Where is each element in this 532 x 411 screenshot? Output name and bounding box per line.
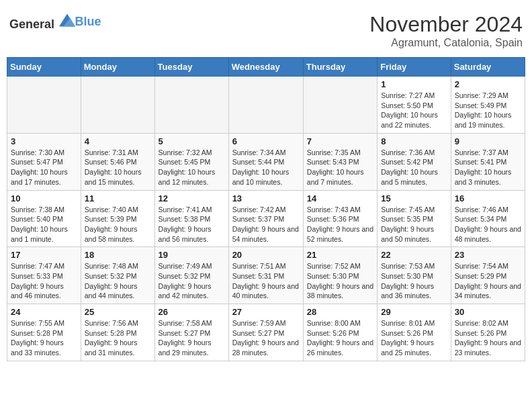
header: General Blue November 2024 Agramunt, Cat… bbox=[7, 7, 525, 52]
calendar-cell: 10Sunrise: 7:38 AM Sunset: 5:40 PM Dayli… bbox=[7, 190, 81, 247]
day-number: 19 bbox=[159, 250, 225, 260]
calendar-week-row: 24Sunrise: 7:55 AM Sunset: 5:28 PM Dayli… bbox=[7, 304, 525, 361]
logo-text-general: General bbox=[9, 17, 54, 31]
calendar-cell: 22Sunrise: 7:53 AM Sunset: 5:30 PM Dayli… bbox=[378, 247, 451, 304]
calendar-cell: 13Sunrise: 7:42 AM Sunset: 5:37 PM Dayli… bbox=[228, 190, 303, 247]
day-number: 14 bbox=[307, 193, 373, 203]
calendar-cell: 21Sunrise: 7:52 AM Sunset: 5:30 PM Dayli… bbox=[303, 247, 377, 304]
day-number: 15 bbox=[381, 193, 447, 203]
day-info: Sunrise: 7:59 AM Sunset: 5:27 PM Dayligh… bbox=[232, 318, 300, 358]
day-number: 24 bbox=[11, 307, 77, 317]
calendar-cell bbox=[7, 77, 81, 134]
calendar-cell bbox=[228, 77, 303, 134]
calendar-cell bbox=[303, 77, 377, 134]
day-number: 22 bbox=[381, 250, 447, 260]
day-info: Sunrise: 8:01 AM Sunset: 5:26 PM Dayligh… bbox=[381, 318, 447, 358]
day-number: 25 bbox=[85, 307, 151, 317]
calendar-cell: 15Sunrise: 7:45 AM Sunset: 5:35 PM Dayli… bbox=[378, 190, 451, 247]
day-number: 21 bbox=[307, 250, 373, 260]
day-info: Sunrise: 7:29 AM Sunset: 5:49 PM Dayligh… bbox=[455, 91, 521, 130]
calendar-cell: 12Sunrise: 7:41 AM Sunset: 5:38 PM Dayli… bbox=[154, 190, 228, 247]
calendar-cell: 25Sunrise: 7:56 AM Sunset: 5:28 PM Dayli… bbox=[81, 304, 154, 361]
day-info: Sunrise: 7:55 AM Sunset: 5:28 PM Dayligh… bbox=[11, 318, 77, 358]
day-info: Sunrise: 7:37 AM Sunset: 5:41 PM Dayligh… bbox=[455, 148, 521, 187]
day-info: Sunrise: 7:31 AM Sunset: 5:46 PM Dayligh… bbox=[85, 148, 151, 187]
day-info: Sunrise: 7:56 AM Sunset: 5:28 PM Dayligh… bbox=[85, 318, 151, 358]
day-info: Sunrise: 7:51 AM Sunset: 5:31 PM Dayligh… bbox=[232, 261, 300, 301]
header-thursday: Thursday bbox=[303, 58, 377, 77]
day-info: Sunrise: 7:35 AM Sunset: 5:43 PM Dayligh… bbox=[307, 148, 373, 187]
calendar-header-row: SundayMondayTuesdayWednesdayThursdayFrid… bbox=[7, 58, 525, 77]
day-info: Sunrise: 7:52 AM Sunset: 5:30 PM Dayligh… bbox=[307, 261, 373, 301]
calendar-week-row: 10Sunrise: 7:38 AM Sunset: 5:40 PM Dayli… bbox=[7, 190, 525, 247]
day-info: Sunrise: 7:45 AM Sunset: 5:35 PM Dayligh… bbox=[381, 205, 447, 244]
day-number: 27 bbox=[232, 307, 300, 317]
day-number: 1 bbox=[381, 79, 447, 89]
day-info: Sunrise: 7:41 AM Sunset: 5:38 PM Dayligh… bbox=[159, 205, 225, 244]
day-number: 2 bbox=[455, 79, 521, 89]
calendar-cell: 7Sunrise: 7:35 AM Sunset: 5:43 PM Daylig… bbox=[303, 133, 377, 190]
day-number: 6 bbox=[232, 136, 300, 146]
calendar-cell: 29Sunrise: 8:01 AM Sunset: 5:26 PM Dayli… bbox=[378, 304, 451, 361]
calendar-cell bbox=[154, 77, 228, 134]
title-area: November 2024 Agramunt, Catalonia, Spain bbox=[369, 12, 523, 49]
calendar-cell: 8Sunrise: 7:36 AM Sunset: 5:42 PM Daylig… bbox=[378, 133, 451, 190]
header-friday: Friday bbox=[378, 58, 451, 77]
day-info: Sunrise: 7:40 AM Sunset: 5:39 PM Dayligh… bbox=[85, 205, 151, 244]
day-number: 16 bbox=[455, 193, 521, 203]
calendar-table: SundayMondayTuesdayWednesdayThursdayFrid… bbox=[7, 57, 525, 361]
header-tuesday: Tuesday bbox=[154, 58, 228, 77]
calendar-cell: 9Sunrise: 7:37 AM Sunset: 5:41 PM Daylig… bbox=[451, 133, 525, 190]
day-number: 30 bbox=[455, 307, 521, 317]
day-info: Sunrise: 7:32 AM Sunset: 5:45 PM Dayligh… bbox=[159, 148, 225, 187]
calendar-cell: 16Sunrise: 7:46 AM Sunset: 5:34 PM Dayli… bbox=[451, 190, 525, 247]
header-saturday: Saturday bbox=[451, 58, 525, 77]
calendar-cell: 18Sunrise: 7:48 AM Sunset: 5:32 PM Dayli… bbox=[81, 247, 154, 304]
calendar-week-row: 3Sunrise: 7:30 AM Sunset: 5:47 PM Daylig… bbox=[7, 133, 525, 190]
day-number: 12 bbox=[159, 193, 225, 203]
calendar-cell: 23Sunrise: 7:54 AM Sunset: 5:29 PM Dayli… bbox=[451, 247, 525, 304]
day-number: 8 bbox=[381, 136, 447, 146]
calendar-cell: 24Sunrise: 7:55 AM Sunset: 5:28 PM Dayli… bbox=[7, 304, 81, 361]
day-info: Sunrise: 7:42 AM Sunset: 5:37 PM Dayligh… bbox=[232, 205, 300, 244]
day-number: 18 bbox=[85, 250, 151, 260]
day-info: Sunrise: 7:53 AM Sunset: 5:30 PM Dayligh… bbox=[381, 261, 447, 301]
calendar-subtitle: Agramunt, Catalonia, Spain bbox=[369, 37, 523, 49]
calendar-cell: 14Sunrise: 7:43 AM Sunset: 5:36 PM Dayli… bbox=[303, 190, 377, 247]
calendar-cell: 30Sunrise: 8:02 AM Sunset: 5:26 PM Dayli… bbox=[451, 304, 525, 361]
day-number: 10 bbox=[11, 193, 77, 203]
calendar-cell: 11Sunrise: 7:40 AM Sunset: 5:39 PM Dayli… bbox=[81, 190, 154, 247]
logo-text-blue: Blue bbox=[75, 15, 101, 28]
header-wednesday: Wednesday bbox=[228, 58, 303, 77]
day-info: Sunrise: 7:47 AM Sunset: 5:33 PM Dayligh… bbox=[11, 261, 77, 301]
day-number: 9 bbox=[455, 136, 521, 146]
calendar-cell: 1Sunrise: 7:27 AM Sunset: 5:50 PM Daylig… bbox=[378, 77, 451, 134]
day-info: Sunrise: 7:34 AM Sunset: 5:44 PM Dayligh… bbox=[232, 148, 300, 187]
day-number: 29 bbox=[381, 307, 447, 317]
day-info: Sunrise: 7:49 AM Sunset: 5:32 PM Dayligh… bbox=[159, 261, 225, 301]
calendar-week-row: 17Sunrise: 7:47 AM Sunset: 5:33 PM Dayli… bbox=[7, 247, 525, 304]
day-number: 20 bbox=[232, 250, 300, 260]
day-info: Sunrise: 7:54 AM Sunset: 5:29 PM Dayligh… bbox=[455, 261, 521, 301]
day-info: Sunrise: 7:36 AM Sunset: 5:42 PM Dayligh… bbox=[381, 148, 447, 187]
calendar-cell: 2Sunrise: 7:29 AM Sunset: 5:49 PM Daylig… bbox=[451, 77, 525, 134]
day-info: Sunrise: 8:02 AM Sunset: 5:26 PM Dayligh… bbox=[455, 318, 521, 358]
calendar-week-row: 1Sunrise: 7:27 AM Sunset: 5:50 PM Daylig… bbox=[7, 77, 525, 134]
calendar-cell: 19Sunrise: 7:49 AM Sunset: 5:32 PM Dayli… bbox=[154, 247, 228, 304]
day-number: 13 bbox=[232, 193, 300, 203]
calendar-cell: 20Sunrise: 7:51 AM Sunset: 5:31 PM Dayli… bbox=[228, 247, 303, 304]
day-info: Sunrise: 8:00 AM Sunset: 5:26 PM Dayligh… bbox=[307, 318, 373, 358]
day-info: Sunrise: 7:38 AM Sunset: 5:40 PM Dayligh… bbox=[11, 205, 77, 244]
calendar-cell: 27Sunrise: 7:59 AM Sunset: 5:27 PM Dayli… bbox=[228, 304, 303, 361]
calendar-cell: 28Sunrise: 8:00 AM Sunset: 5:26 PM Dayli… bbox=[303, 304, 377, 361]
calendar-cell: 26Sunrise: 7:58 AM Sunset: 5:27 PM Dayli… bbox=[154, 304, 228, 361]
calendar-title: November 2024 bbox=[369, 12, 523, 37]
day-number: 26 bbox=[159, 307, 225, 317]
calendar-cell: 3Sunrise: 7:30 AM Sunset: 5:47 PM Daylig… bbox=[7, 133, 81, 190]
calendar-cell bbox=[81, 77, 154, 134]
day-number: 4 bbox=[85, 136, 151, 146]
day-number: 3 bbox=[11, 136, 77, 146]
day-number: 11 bbox=[85, 193, 151, 203]
day-number: 17 bbox=[11, 250, 77, 260]
calendar-cell: 17Sunrise: 7:47 AM Sunset: 5:33 PM Dayli… bbox=[7, 247, 81, 304]
